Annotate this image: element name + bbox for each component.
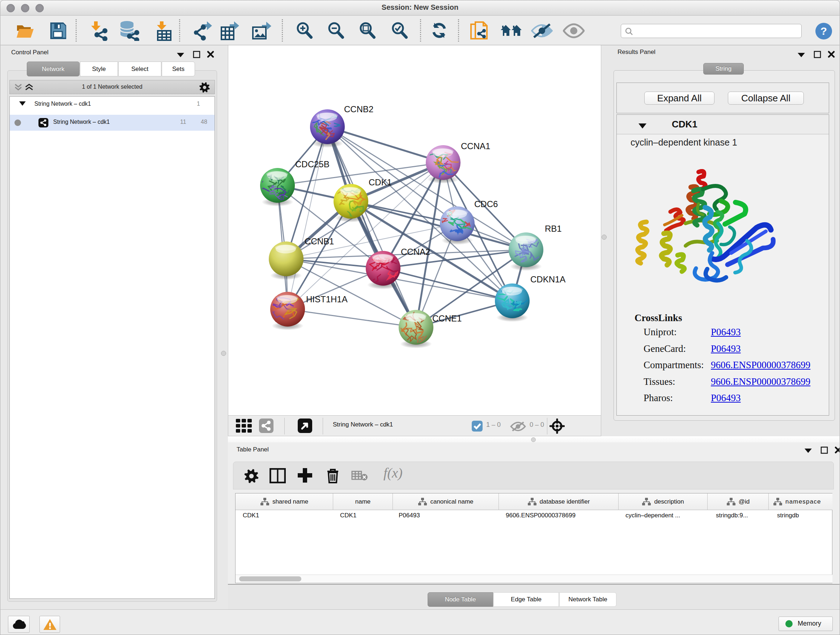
svg-text:CDC25B: CDC25B xyxy=(295,159,330,169)
svg-text:CDK1: CDK1 xyxy=(369,177,392,187)
svg-text:CCNB2: CCNB2 xyxy=(344,104,373,114)
svg-text:?: ? xyxy=(821,25,827,37)
svg-text:CCNA2: CCNA2 xyxy=(401,247,430,257)
svg-text:CCNB1: CCNB1 xyxy=(305,236,334,246)
svg-text:HIST1H1A: HIST1H1A xyxy=(306,295,347,304)
svg-text:CDC6: CDC6 xyxy=(474,199,498,209)
svg-text:CDKN1A: CDKN1A xyxy=(531,274,565,284)
svg-text:CCNA1: CCNA1 xyxy=(461,141,490,151)
svg-text:CCNE1: CCNE1 xyxy=(432,314,462,323)
svg-text:RB1: RB1 xyxy=(545,224,562,233)
